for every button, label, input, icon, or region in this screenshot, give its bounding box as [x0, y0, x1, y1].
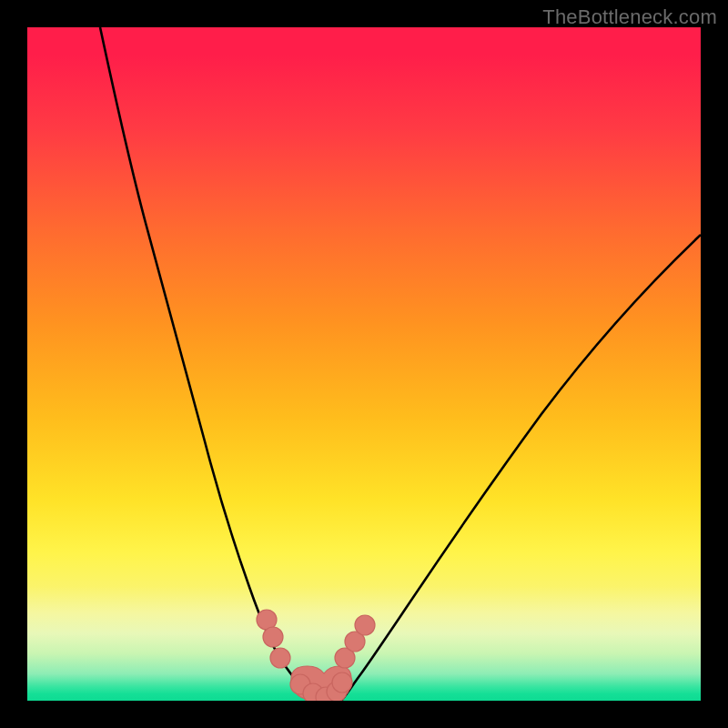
watermark-text: TheBottleneck.com: [542, 5, 717, 29]
chart-frame: [27, 27, 701, 701]
curve-left-limb: [100, 27, 314, 701]
curve-right-limb: [341, 235, 701, 701]
dot-right-3: [355, 615, 375, 635]
dot-left-3: [270, 648, 290, 668]
dot-bottom-5: [332, 672, 352, 693]
chart-svg: [27, 27, 701, 701]
dot-left-2: [263, 627, 283, 647]
